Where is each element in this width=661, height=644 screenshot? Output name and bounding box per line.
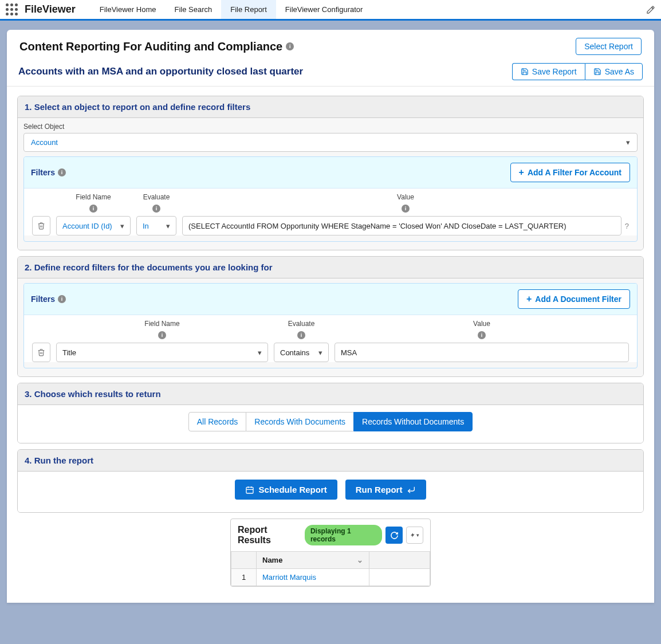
step2-heading: 2. Define record filters for the documen… — [18, 257, 643, 278]
app-launcher-icon[interactable] — [6, 3, 18, 15]
info-icon[interactable]: i — [158, 331, 166, 339]
trash-icon — [37, 348, 45, 356]
col-evaluate: Evaluate — [143, 193, 170, 201]
object-select[interactable]: Account ▾ — [23, 133, 638, 152]
report-subtitle: Accounts with an MSA and an opportunity … — [18, 66, 303, 77]
step3-heading: 3. Choose which results to return — [18, 383, 643, 405]
nav-tab-search[interactable]: File Search — [165, 0, 221, 19]
filters-label: Filters — [31, 294, 55, 304]
run-report-button[interactable]: Run Report — [345, 480, 427, 500]
results-panel: Report Results Displaying 1 records ▾ — [230, 519, 431, 587]
doc-value-input[interactable] — [335, 343, 629, 362]
info-icon[interactable]: i — [89, 205, 97, 213]
table-row: 1 Marriott Marquis — [231, 569, 430, 586]
field-name-select[interactable]: Account ID (Id) ▾ — [56, 216, 131, 235]
step4-section: 4. Run the report Schedule Report Run Re… — [17, 449, 644, 513]
results-col-extra — [369, 552, 430, 569]
refresh-button[interactable] — [385, 527, 403, 544]
info-icon[interactable]: i — [58, 295, 66, 303]
info-icon[interactable]: i — [286, 42, 294, 50]
save-icon — [521, 68, 529, 76]
nav-tab-home[interactable]: FileViewer Home — [91, 0, 166, 19]
seg-with-documents[interactable]: Records With Documents — [246, 412, 353, 431]
doc-field-name-select[interactable]: Title ▾ — [56, 343, 268, 362]
refresh-icon — [390, 531, 399, 540]
add-document-filter-button[interactable]: + Add A Document Filter — [518, 289, 630, 309]
step1-section: 1. Select an object to report on and def… — [17, 96, 644, 250]
page-title: Content Reporting For Auditing and Compl… — [19, 40, 294, 53]
nav-tab-report[interactable]: File Report — [221, 0, 276, 19]
chevron-down-icon: ▾ — [166, 222, 170, 230]
step2-section: 2. Define record filters for the documen… — [17, 256, 644, 377]
doc-evaluate-select[interactable]: Contains ▾ — [274, 343, 329, 362]
filters-label: Filters — [31, 168, 55, 177]
save-as-button[interactable]: Save As — [585, 63, 643, 80]
record-link[interactable]: Marriott Marquis — [262, 573, 316, 582]
col-value: Value — [473, 320, 490, 328]
results-col-name[interactable]: Name ⌄ — [257, 552, 369, 569]
select-report-button[interactable]: Select Report — [576, 38, 642, 55]
col-field-name: Field Name — [76, 193, 111, 201]
calendar-icon — [245, 485, 254, 494]
evaluate-select[interactable]: In ▾ — [136, 216, 176, 235]
info-icon[interactable]: i — [297, 331, 305, 339]
step3-section: 3. Choose which results to return All Re… — [17, 383, 644, 443]
step4-heading: 4. Run the report — [18, 450, 643, 472]
plus-icon: + — [519, 167, 524, 178]
info-icon[interactable]: i — [152, 205, 160, 213]
svg-rect-0 — [246, 487, 253, 493]
save-icon — [593, 68, 601, 76]
results-col-index — [231, 552, 257, 569]
info-icon[interactable]: i — [478, 331, 486, 339]
chevron-down-icon: ▾ — [120, 222, 124, 230]
col-evaluate: Evaluate — [288, 320, 315, 328]
nav-tab-configurator[interactable]: FileViewer Configurator — [276, 0, 372, 19]
chevron-down-icon: ▾ — [626, 138, 630, 147]
row-index: 1 — [231, 569, 257, 586]
chevron-down-icon: ▾ — [318, 348, 322, 357]
lightning-icon — [410, 532, 415, 539]
info-icon[interactable]: i — [402, 205, 410, 213]
plus-icon: + — [526, 294, 532, 304]
trash-icon — [37, 222, 45, 230]
app-name: FileViewer — [25, 3, 76, 15]
enter-icon — [407, 485, 416, 494]
seg-without-documents[interactable]: Records Without Documents — [353, 412, 473, 431]
col-field-name: Field Name — [144, 320, 179, 328]
step1-heading: 1. Select an object to report on and def… — [18, 96, 643, 118]
seg-all-records[interactable]: All Records — [188, 412, 247, 431]
save-report-button[interactable]: Save Report — [512, 63, 585, 80]
delete-filter-button[interactable] — [32, 216, 50, 235]
add-account-filter-button[interactable]: + Add A Filter For Account — [510, 163, 630, 182]
delete-filter-button[interactable] — [32, 343, 50, 362]
info-icon[interactable]: i — [58, 168, 66, 176]
actions-menu-button[interactable]: ▾ — [406, 527, 423, 544]
value-input[interactable] — [182, 216, 621, 235]
help-icon[interactable]: ? — [625, 222, 629, 230]
select-object-label: Select Object — [23, 123, 638, 131]
schedule-report-button[interactable]: Schedule Report — [235, 480, 337, 500]
edit-page-icon[interactable] — [646, 5, 655, 14]
results-title: Report Results — [238, 525, 301, 545]
col-value: Value — [397, 193, 414, 201]
chevron-down-icon: ⌄ — [357, 556, 363, 564]
results-count-pill: Displaying 1 records — [305, 525, 382, 545]
chevron-down-icon: ▾ — [258, 348, 262, 357]
chevron-down-icon: ▾ — [416, 532, 419, 538]
